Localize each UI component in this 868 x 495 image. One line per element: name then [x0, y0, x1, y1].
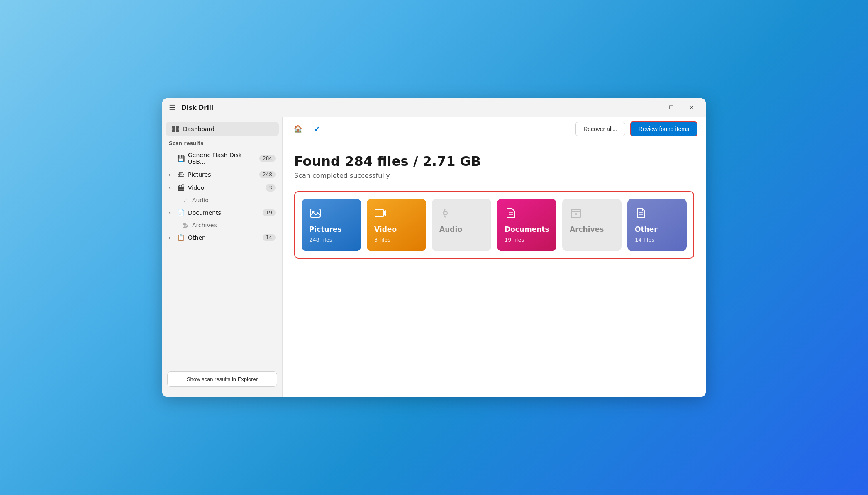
other-count: 14: [263, 234, 276, 241]
sidebar-item-video[interactable]: › 🎬 Video 3: [162, 181, 282, 194]
disk-count: 284: [259, 155, 276, 162]
chevron-icon: ›: [169, 235, 174, 240]
audio-card-count: —: [439, 237, 484, 243]
content-area: 🏠 ✔ Recover all... Review found items Fo…: [283, 117, 706, 397]
chevron-icon: ›: [169, 172, 174, 177]
video-icon: 🎬: [177, 184, 185, 192]
pictures-icon: 🖼: [177, 171, 185, 178]
dashboard-label: Dashboard: [183, 126, 215, 132]
other-card-name: Other: [635, 225, 679, 233]
categories-container: Pictures 248 files Video 3 files: [294, 191, 694, 259]
archives-card-icon: [570, 207, 614, 222]
sidebar-item-dashboard[interactable]: Dashboard: [166, 122, 279, 136]
pictures-card-icon: [309, 207, 354, 222]
other-card-icon: [635, 207, 679, 222]
video-card-count: 3 files: [374, 237, 419, 243]
home-button[interactable]: 🏠: [291, 122, 305, 136]
other-label: Other: [188, 234, 259, 241]
pictures-label: Pictures: [188, 171, 256, 178]
video-label: Video: [188, 184, 262, 191]
chevron-icon: ›: [169, 186, 174, 190]
window-controls: — ☐ ✕: [642, 101, 701, 114]
disk-label: Generic Flash Disk USB...: [188, 152, 256, 165]
sidebar-item-other[interactable]: › 📋 Other 14: [162, 231, 282, 244]
show-explorer-button[interactable]: Show scan results in Explorer: [167, 371, 277, 387]
archives-label: Archives: [192, 222, 217, 228]
documents-count: 19: [263, 209, 276, 216]
content-header: 🏠 ✔ Recover all... Review found items: [283, 117, 706, 141]
dashboard-icon: [172, 126, 179, 132]
pictures-card-name: Pictures: [309, 225, 354, 233]
svg-point-3: [444, 211, 447, 215]
documents-card-count: 19 files: [505, 237, 549, 243]
documents-card-name: Documents: [505, 225, 549, 233]
sidebar: Dashboard Scan results 💾 Generic Flash D…: [162, 117, 283, 397]
check-button[interactable]: ✔: [310, 122, 324, 136]
archives-icon: 🗜: [181, 222, 189, 228]
maximize-button[interactable]: ☐: [662, 101, 681, 114]
documents-card-icon: [505, 207, 549, 222]
recover-all-button[interactable]: Recover all...: [575, 122, 625, 136]
svg-rect-2: [375, 209, 383, 217]
audio-card-icon: [439, 207, 484, 222]
pictures-count: 248: [259, 171, 276, 178]
sidebar-item-archives[interactable]: 🗜 Archives: [162, 219, 282, 231]
review-found-items-button[interactable]: Review found items: [630, 121, 697, 136]
minimize-button[interactable]: —: [642, 101, 661, 114]
close-button[interactable]: ✕: [682, 101, 701, 114]
main-layout: Dashboard Scan results 💾 Generic Flash D…: [162, 117, 706, 397]
audio-card-name: Audio: [439, 225, 484, 233]
category-card-video[interactable]: Video 3 files: [367, 199, 426, 251]
category-card-archives[interactable]: Archives —: [562, 199, 622, 251]
archives-card-name: Archives: [570, 225, 614, 233]
sidebar-item-pictures[interactable]: › 🖼 Pictures 248: [162, 168, 282, 181]
titlebar: ☰ Disk Drill — ☐ ✕: [162, 98, 706, 117]
archives-card-count: —: [570, 237, 614, 243]
scan-status: Scan completed successfully: [294, 172, 694, 180]
category-card-audio[interactable]: Audio —: [432, 199, 491, 251]
category-card-documents[interactable]: Documents 19 files: [497, 199, 556, 251]
audio-icon: ♪: [181, 197, 189, 204]
disk-icon: 💾: [177, 155, 185, 162]
sidebar-item-disk[interactable]: 💾 Generic Flash Disk USB... 284: [162, 149, 282, 168]
scan-results-header: Scan results: [162, 136, 282, 149]
sidebar-item-documents[interactable]: › 📄 Documents 19: [162, 206, 282, 219]
other-card-count: 14 files: [635, 237, 679, 243]
chevron-icon: ›: [169, 211, 174, 215]
audio-label: Audio: [192, 197, 209, 204]
video-count: 3: [266, 184, 276, 192]
app-title: Disk Drill: [181, 104, 213, 112]
video-card-icon: [374, 207, 419, 222]
video-card-name: Video: [374, 225, 419, 233]
pictures-card-count: 248 files: [309, 237, 354, 243]
app-window: ☰ Disk Drill — ☐ ✕ Dashboard Scan result…: [162, 98, 706, 397]
category-card-pictures[interactable]: Pictures 248 files: [302, 199, 361, 251]
sidebar-bottom: Show scan results in Explorer: [162, 366, 282, 392]
sidebar-item-audio[interactable]: ♪ Audio: [162, 194, 282, 206]
content-body: Found 284 files / 2.71 GB Scan completed…: [283, 141, 706, 397]
documents-icon: 📄: [177, 209, 185, 216]
other-icon: 📋: [177, 234, 185, 241]
found-title: Found 284 files / 2.71 GB: [294, 153, 694, 169]
menu-icon[interactable]: ☰: [167, 102, 177, 114]
documents-label: Documents: [188, 209, 259, 216]
category-card-other[interactable]: Other 14 files: [627, 199, 687, 251]
